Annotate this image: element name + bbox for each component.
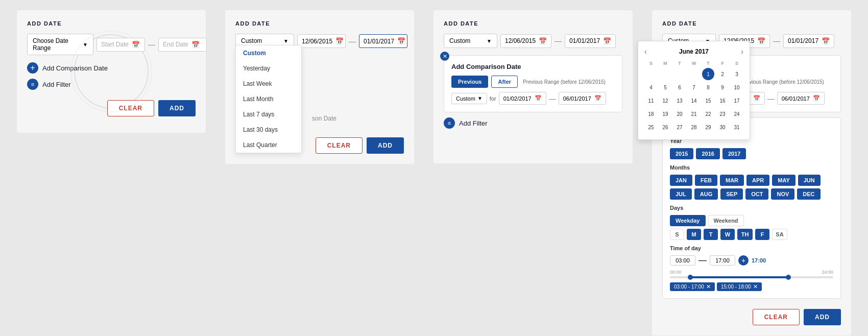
- cal-day-8[interactable]: 8: [702, 81, 714, 93]
- cal-day-6[interactable]: 6: [673, 81, 686, 93]
- panel-1-end-date[interactable]: End Date 📅: [158, 38, 207, 52]
- time-end-input[interactable]: 17:00: [710, 255, 735, 266]
- dropdown-item-last-30[interactable]: Last 30 days: [236, 122, 301, 137]
- panel-4-clear-button[interactable]: CLEAR: [753, 309, 800, 325]
- cal-day-21[interactable]: 21: [688, 108, 700, 120]
- day-m[interactable]: M: [687, 229, 701, 240]
- dropdown-item-yesterday[interactable]: Yesterday: [236, 61, 301, 76]
- cal-day-10[interactable]: 10: [731, 81, 743, 93]
- cal-day-25[interactable]: 25: [645, 121, 657, 133]
- panel-3-date-dropdown[interactable]: Custom ▼: [444, 34, 497, 48]
- time-tag-1-close[interactable]: ✕: [706, 283, 711, 290]
- dropdown-item-last-month[interactable]: Last Month: [236, 91, 301, 107]
- day-t1[interactable]: T: [704, 229, 718, 240]
- month-dec[interactable]: DEC: [797, 188, 820, 200]
- cal-day-24[interactable]: 24: [731, 108, 743, 120]
- cal-next-btn[interactable]: ›: [741, 47, 743, 56]
- cal-day-29[interactable]: 29: [702, 121, 714, 133]
- previous-toggle-3[interactable]: Previous: [451, 76, 488, 88]
- close-comparison-3[interactable]: ✕: [440, 52, 449, 61]
- day-th[interactable]: TH: [737, 229, 753, 240]
- slider-track: [670, 276, 833, 278]
- month-may[interactable]: MAY: [772, 175, 795, 186]
- panel-2-clear-button[interactable]: CLEAR: [316, 137, 363, 154]
- cal-day-14[interactable]: 14: [688, 94, 700, 107]
- panel-1-add-button[interactable]: ADD: [158, 100, 196, 116]
- cal-day-12[interactable]: 12: [659, 94, 671, 107]
- year-tag-2017[interactable]: 2017: [722, 148, 746, 159]
- day-type-weekend[interactable]: Weekend: [708, 215, 744, 226]
- panel-3-start-date[interactable]: 12/06/2015 📅: [500, 34, 551, 48]
- add-filter-row[interactable]: ≡ Add Filter: [27, 79, 196, 90]
- cal-day-7[interactable]: 7: [688, 81, 700, 93]
- cal-day-13[interactable]: 13: [673, 94, 686, 107]
- month-mar[interactable]: MAR: [720, 175, 744, 186]
- cal-day-23[interactable]: 23: [716, 108, 729, 120]
- panel-1-clear-button[interactable]: CLEAR: [107, 100, 154, 116]
- panel-3-end-date[interactable]: 01/01/2017 📅: [565, 34, 616, 48]
- panel-1-date-dropdown[interactable]: Choose Date Range ▼: [27, 34, 93, 55]
- panel-4-add-button[interactable]: ADD: [804, 309, 841, 325]
- month-apr[interactable]: APR: [746, 175, 769, 186]
- day-s[interactable]: S: [670, 229, 684, 240]
- time-add-btn[interactable]: +: [738, 255, 749, 266]
- month-aug[interactable]: AUG: [694, 188, 718, 200]
- year-tag-2016[interactable]: 2016: [696, 148, 719, 159]
- dropdown-item-last-7[interactable]: Last 7 days: [236, 107, 301, 122]
- panel-3-filter-row[interactable]: ≡ Add Filter: [444, 117, 622, 129]
- cal-day-28[interactable]: 28: [688, 121, 700, 133]
- cal-day-3[interactable]: 3: [731, 68, 743, 80]
- day-type-weekday[interactable]: Weekday: [670, 215, 706, 226]
- cal-day-2[interactable]: 2: [716, 68, 729, 80]
- panel-4-end-date[interactable]: 01/01/2017 📅: [783, 34, 834, 48]
- cal-day-19[interactable]: 19: [659, 108, 671, 120]
- month-jun[interactable]: JUN: [798, 175, 821, 186]
- comp-end-4[interactable]: 06/01/2017 📅: [777, 92, 825, 105]
- comp-dropdown-3[interactable]: Custom ▼: [451, 93, 487, 104]
- dropdown-item-custom[interactable]: Custom: [236, 45, 301, 61]
- time-tag-2-close[interactable]: ✕: [753, 283, 758, 290]
- comp-end-3[interactable]: 06/01/2017 📅: [559, 92, 606, 105]
- month-jul[interactable]: JUL: [670, 188, 692, 200]
- day-sa[interactable]: SA: [772, 229, 787, 240]
- cal-prev-btn[interactable]: ‹: [644, 47, 647, 56]
- cal-day-20[interactable]: 20: [673, 108, 686, 120]
- year-tag-2015[interactable]: 2015: [670, 148, 693, 159]
- cal-day-5[interactable]: 5: [659, 81, 671, 93]
- cal-day-11[interactable]: 11: [645, 94, 657, 107]
- month-oct[interactable]: OCT: [745, 188, 768, 200]
- dropdown-item-last-quarter[interactable]: Last Quarter: [236, 137, 301, 153]
- time-start-input[interactable]: 03:00: [670, 255, 695, 266]
- month-feb[interactable]: FEB: [695, 175, 717, 186]
- comp-start-3[interactable]: 01/02/2017 📅: [499, 92, 546, 105]
- cal-day-18[interactable]: 18: [645, 108, 657, 120]
- cal-day-27[interactable]: 27: [673, 121, 686, 133]
- cal-day-9[interactable]: 9: [716, 81, 729, 93]
- panel-1-start-date[interactable]: Start Date 📅: [97, 38, 145, 52]
- cal-day-22[interactable]: 22: [702, 108, 714, 120]
- month-nov[interactable]: NOV: [771, 188, 794, 200]
- cal-day-16[interactable]: 16: [716, 94, 729, 107]
- cal-day-4[interactable]: 4: [645, 81, 657, 93]
- month-sep[interactable]: SEP: [720, 188, 743, 200]
- cal-day-17[interactable]: 17: [731, 94, 743, 107]
- panel-2-add-comparison-row[interactable]: son Date: [312, 115, 404, 122]
- cal-day-1[interactable]: 1: [702, 68, 714, 80]
- cal-day-31[interactable]: 31: [731, 121, 743, 133]
- slider-thumb-left[interactable]: [688, 275, 693, 280]
- day-w[interactable]: W: [720, 229, 735, 240]
- after-toggle-3[interactable]: After: [491, 76, 518, 88]
- slider-thumb-right[interactable]: [786, 275, 791, 280]
- cal-day-30[interactable]: 30: [716, 121, 729, 133]
- panel-2-end-date[interactable]: 01/01/2017 📅: [359, 34, 407, 48]
- cal-day-26[interactable]: 26: [659, 121, 671, 133]
- panel-2-add-button[interactable]: ADD: [367, 137, 404, 154]
- panel-2-start-date[interactable]: 12/06/2015 📅: [297, 34, 346, 48]
- time-tag-2: 15:00 - 18:00 ✕: [717, 282, 762, 291]
- cal-day-15[interactable]: 15: [702, 94, 714, 107]
- add-comparison-date-row[interactable]: + Add Comparison Date: [27, 62, 196, 74]
- time-slider[interactable]: 00:00 24:00: [670, 270, 833, 278]
- month-jan[interactable]: JAN: [670, 175, 692, 186]
- dropdown-item-last-week[interactable]: Last Week: [236, 76, 301, 91]
- day-f[interactable]: F: [755, 229, 769, 240]
